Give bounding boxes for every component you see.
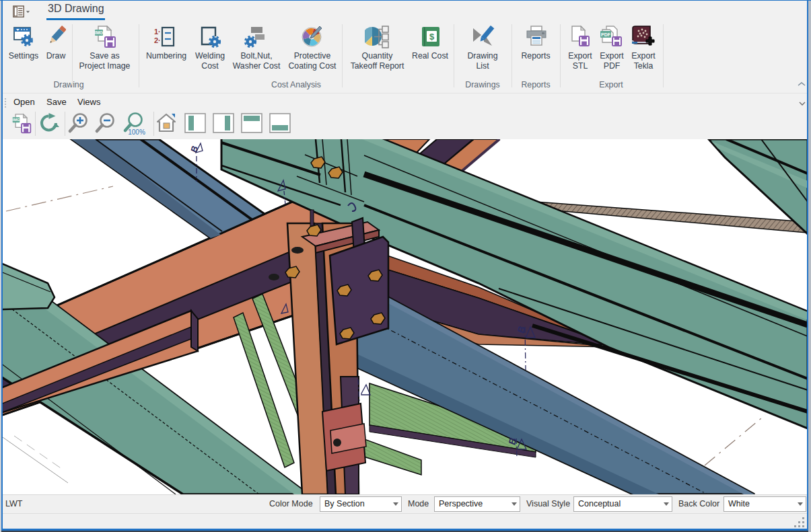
svg-text:$: $ — [429, 32, 435, 42]
svg-text:100%: 100% — [128, 128, 145, 136]
svg-text:IMG: IMG — [95, 30, 103, 35]
svg-text:B: B — [188, 145, 200, 153]
svg-text:PDF: PDF — [601, 32, 611, 37]
svg-text:IMG: IMG — [13, 118, 20, 122]
svg-text:1·: 1· — [154, 28, 161, 36]
svg-text:2·: 2· — [154, 36, 161, 44]
